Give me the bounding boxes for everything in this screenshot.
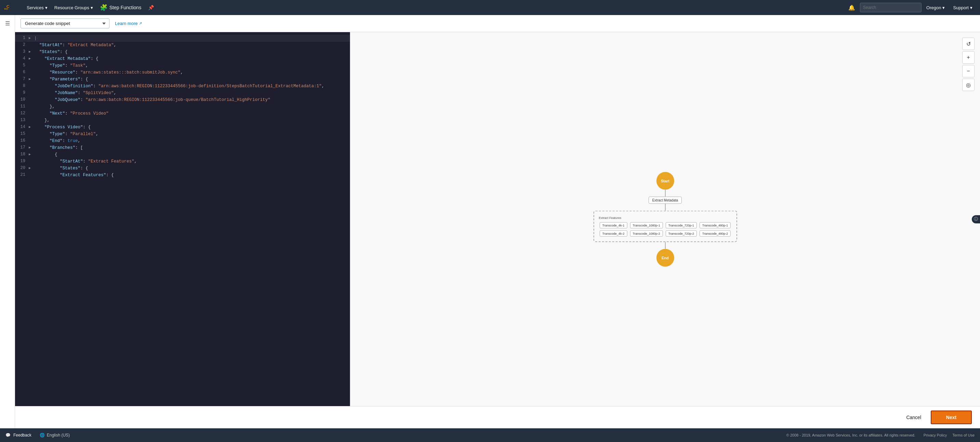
code-line-15: 15 "Type": "Parallel",: [15, 131, 350, 138]
copyright-text: © 2008 - 2019, Amazon Web Services, Inc.…: [786, 433, 915, 437]
privacy-policy-link[interactable]: Privacy Policy: [924, 433, 947, 437]
connector-1: [665, 189, 666, 196]
connector-3: [665, 242, 666, 249]
step-functions-icon: 🧩: [100, 4, 107, 11]
step-functions-brand: 🧩 Step Functions: [97, 4, 145, 11]
code-line-21: 21 "Extract Features": {: [15, 172, 350, 178]
code-line-3: 3 ▶ "States": {: [15, 49, 350, 56]
code-line-14: 14 ▶ "Process Video": {: [15, 124, 350, 131]
state-machine-diagram: Start Extract Metadata Extract Features …: [593, 172, 737, 267]
external-link-icon: ↗: [139, 21, 142, 25]
aws-logo[interactable]: aws: [4, 2, 23, 13]
transcode-row-1: Transcode_4k-1 Transcode_1080p-1 Transco…: [600, 222, 731, 228]
code-line-10: 10 "JobQueue": "arn:aws:batch:REGION:112…: [15, 97, 350, 103]
step-functions-label: Step Functions: [110, 5, 141, 10]
transcode-480p-2[interactable]: Transcode_480p-2: [700, 230, 731, 236]
connector-2: [665, 204, 666, 210]
code-line-16: 16 "End": true,: [15, 138, 350, 145]
diagram-panel: ↺ + − ◎ Start Extract Metadata: [350, 32, 980, 406]
zoom-in-button[interactable]: +: [962, 51, 975, 64]
end-node[interactable]: End: [656, 249, 674, 267]
transcode-720p-2[interactable]: Transcode_720p-2: [666, 230, 697, 236]
code-line-13: 13 },: [15, 117, 350, 124]
code-snippet-dropdown[interactable]: Generate code snippet: [21, 19, 110, 29]
sidebar-toggle[interactable]: ☰: [2, 18, 13, 29]
support-chevron: ▾: [970, 5, 972, 10]
code-line-2: 2 "StartAt": "Extract Metadata",: [15, 42, 350, 49]
code-line-8: 8 "JobDefinition": "arn:aws:batch:REGION…: [15, 83, 350, 90]
extract-metadata-node[interactable]: Extract Metadata: [649, 196, 682, 204]
transcode-1080p-2[interactable]: Transcode_1080p-2: [630, 230, 663, 236]
region-menu[interactable]: Oregon ▾: [923, 0, 948, 15]
cancel-button[interactable]: Cancel: [900, 412, 927, 423]
bottom-actions: Cancel Next: [15, 406, 980, 428]
code-line-19: 19 "StartAt": "Extract Features",: [15, 158, 350, 165]
zoom-out-button[interactable]: −: [962, 65, 975, 77]
resource-groups-label: Resource Groups: [54, 5, 89, 10]
code-line-18: 18 ▶ {: [15, 151, 350, 158]
code-line-20: 20 ▶ "States": {: [15, 165, 350, 172]
services-label: Services: [27, 5, 44, 10]
services-chevron: ▾: [45, 5, 48, 10]
learn-more-link[interactable]: Learn more ↗: [115, 21, 142, 26]
page-area: Generate code snippet Learn more ↗ 1 ▶ |…: [15, 15, 980, 428]
main-content: ☰ Generate code snippet Learn more ↗ 1 ▶…: [0, 15, 980, 428]
fit-button[interactable]: ◎: [962, 79, 975, 91]
region-label: Oregon: [926, 5, 941, 10]
extract-features-label: Extract Features: [599, 216, 622, 219]
feedback-button[interactable]: 💬 Feedback: [5, 433, 32, 437]
sidebar: ☰: [0, 15, 15, 428]
next-button[interactable]: Next: [931, 410, 972, 424]
globe-icon: 🌐: [40, 433, 45, 437]
transcode-4k-2[interactable]: Transcode_4k-2: [600, 230, 627, 236]
refresh-button[interactable]: ↺: [962, 38, 975, 50]
parallel-box: Extract Features Transcode_4k-1 Transcod…: [593, 210, 737, 242]
code-line-1: 1 ▶ |: [15, 35, 350, 42]
svg-text:aws: aws: [4, 8, 8, 10]
transcode-row-2: Transcode_4k-2 Transcode_1080p-2 Transco…: [600, 230, 731, 236]
services-menu[interactable]: Services ▾: [23, 0, 51, 15]
code-line-5: 5 "Type": "Task",: [15, 62, 350, 69]
code-line-4: 4 ▶ "Extract Metadata": {: [15, 56, 350, 62]
support-menu[interactable]: Support ▾: [950, 0, 976, 15]
transcode-1080p-1[interactable]: Transcode_1080p-1: [630, 222, 663, 228]
pin-icon[interactable]: 📌: [145, 0, 158, 15]
support-label: Support: [953, 5, 969, 10]
start-node[interactable]: Start: [656, 172, 674, 189]
transcode-4k-1[interactable]: Transcode_4k-1: [600, 222, 627, 228]
resource-groups-menu[interactable]: Resource Groups ▾: [51, 0, 97, 15]
info-icon[interactable]: ⓘ: [972, 215, 980, 223]
extract-metadata-label: Extract Metadata: [652, 198, 678, 202]
transcode-480p-1[interactable]: Transcode_480p-1: [700, 222, 731, 228]
transcode-720p-1[interactable]: Transcode_720p-1: [666, 222, 697, 228]
code-line-17: 17 ▶ "Branches": [: [15, 145, 350, 151]
start-label: Start: [661, 178, 670, 183]
feedback-label: Feedback: [13, 433, 32, 437]
footer-links: Privacy Policy Terms of Use: [924, 433, 975, 437]
learn-more-label: Learn more: [115, 21, 137, 26]
code-line-6: 6 "Resource": "arn:aws:states:::batch:su…: [15, 69, 350, 76]
chat-icon: 💬: [5, 433, 11, 437]
end-label: End: [662, 256, 669, 260]
footer: 💬 Feedback 🌐 English (US) © 2008 - 2019,…: [0, 428, 980, 442]
split-pane: 1 ▶ | 2 "StartAt": "Extract Metadata", 3…: [15, 32, 980, 406]
region-chevron: ▾: [942, 5, 945, 10]
code-editor[interactable]: 1 ▶ | 2 "StartAt": "Extract Metadata", 3…: [15, 32, 350, 406]
terms-of-use-link[interactable]: Terms of Use: [952, 433, 975, 437]
search-input[interactable]: [860, 3, 921, 12]
language-label: English (US): [47, 433, 70, 437]
bell-icon[interactable]: 🔔: [845, 0, 859, 15]
diagram-controls: ↺ + − ◎: [962, 38, 975, 91]
code-line-9: 9 "JobName": "SplitVideo",: [15, 90, 350, 97]
toolbar: Generate code snippet Learn more ↗: [15, 15, 980, 32]
language-selector[interactable]: 🌐 English (US): [40, 433, 70, 437]
code-line-11: 11 },: [15, 103, 350, 110]
resource-groups-chevron: ▾: [91, 5, 93, 10]
code-line-12: 12 "Next": "Process Video": [15, 110, 350, 117]
code-line-7: 7 ▶ "Parameters": {: [15, 76, 350, 83]
top-navigation: aws Services ▾ Resource Groups ▾ 🧩 Step …: [0, 0, 980, 15]
